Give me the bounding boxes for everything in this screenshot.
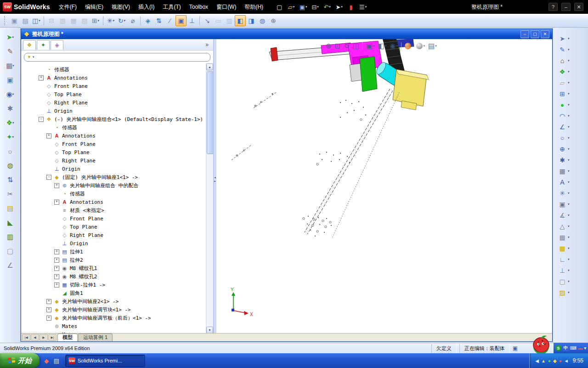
sketch-tool-icon[interactable]: ✎▾ bbox=[555, 44, 575, 55]
grid-icon[interactable]: ▦▾ bbox=[1, 60, 19, 72]
tree-item[interactable]: ◇Right Plane bbox=[39, 156, 206, 165]
expand-plus-icon[interactable]: + bbox=[46, 299, 51, 304]
menu-item[interactable]: 视图(V) bbox=[107, 2, 134, 12]
tree-item[interactable]: +▤拉伸2 bbox=[39, 256, 206, 264]
tree-item[interactable]: +⊚夹片轴中间轴座组合 中的配合 bbox=[39, 181, 206, 190]
undo-icon[interactable]: ↶▾ bbox=[322, 1, 333, 12]
save-icon[interactable]: ▣▾ bbox=[298, 1, 309, 12]
scissors-icon[interactable]: ✂ bbox=[1, 188, 19, 200]
zoom-to-area-icon[interactable]: ⊡ bbox=[335, 42, 341, 50]
tree-item[interactable]: +▦切除-拉伸1 -> bbox=[39, 281, 206, 289]
ime-chinese-icon[interactable]: 中 bbox=[563, 345, 569, 351]
expand-plus-icon[interactable]: + bbox=[54, 258, 59, 263]
section-properties-icon[interactable]: ▥ bbox=[224, 15, 235, 26]
gray-box-icon[interactable]: ▢ bbox=[1, 245, 19, 257]
menu-item[interactable]: 工具(T) bbox=[158, 2, 185, 12]
expand-plus-icon[interactable]: + bbox=[54, 200, 59, 205]
add-view-icon[interactable]: ⊕ bbox=[268, 15, 279, 26]
document-control-icon[interactable]: – bbox=[520, 30, 529, 38]
filter-dropdown-icon[interactable]: ▾ bbox=[33, 55, 34, 59]
view-cube-icon[interactable]: ◈ bbox=[142, 15, 153, 26]
smart-tool-icon[interactable]: ✳▾ bbox=[105, 15, 116, 26]
toolbar-grip[interactable] bbox=[4, 16, 6, 25]
trimetric-icon[interactable]: ∕ bbox=[164, 15, 175, 26]
green-cube-icon[interactable]: ❖▾ bbox=[1, 117, 19, 129]
hatch-tool-icon[interactable]: ▨▾ bbox=[555, 287, 575, 298]
shaded-sphere-icon[interactable]: ◍ bbox=[257, 15, 268, 26]
tab-model[interactable]: 模型 bbox=[57, 334, 78, 341]
tree-filter-input[interactable]: ▼ ▾ bbox=[24, 53, 210, 62]
spark-icon[interactable]: ✦▾ bbox=[1, 131, 19, 143]
target-tool-icon[interactable]: ⊕▾ bbox=[555, 144, 575, 154]
rebuild-icon[interactable]: ↻▾ bbox=[116, 15, 127, 26]
tree-item[interactable]: ◇Right Plane bbox=[39, 231, 206, 239]
image-icon[interactable]: ▣ bbox=[1, 74, 19, 86]
text-tool-icon[interactable]: A▾ bbox=[555, 177, 575, 187]
window-pane-right-icon[interactable]: ◨ bbox=[246, 15, 257, 26]
window-pane-left-icon[interactable]: ◧ bbox=[235, 15, 246, 26]
tree-item[interactable]: -◆(固定) 夹片轴中间轴座1<1> -> bbox=[39, 173, 206, 181]
pencil-icon[interactable]: ✎ bbox=[1, 46, 19, 58]
display-style-icon[interactable]: ◧▾ bbox=[378, 42, 387, 50]
copy-icon[interactable]: ▤ bbox=[20, 15, 31, 26]
tree-item[interactable]: ◇Front Plane bbox=[39, 140, 206, 148]
scroll-up-icon[interactable]: ▲ bbox=[206, 63, 213, 70]
menu-item[interactable]: 帮助(H) bbox=[240, 2, 267, 12]
angle-icon[interactable]: ∠ bbox=[1, 259, 19, 271]
expand-plus-icon[interactable]: + bbox=[46, 133, 51, 138]
expand-minus-icon[interactable]: - bbox=[46, 175, 51, 180]
gold-book-icon[interactable]: ▤ bbox=[1, 202, 19, 214]
tree-item[interactable]: ⊚Mates bbox=[39, 322, 206, 330]
new-document-icon[interactable]: ▢ bbox=[274, 1, 285, 12]
quick-desktop-icon[interactable]: ▤ bbox=[52, 356, 61, 365]
tree-item[interactable]: ◔传感器 bbox=[39, 65, 206, 74]
expand-plus-icon[interactable]: + bbox=[54, 249, 59, 254]
tree-item[interactable]: ⊥Origin bbox=[39, 107, 206, 115]
sphere-icon[interactable]: ○ bbox=[1, 145, 19, 157]
menu-item[interactable]: 插入(I) bbox=[134, 2, 158, 12]
tree-item[interactable]: +AAnnotations bbox=[39, 198, 206, 206]
tree-item[interactable]: +▤拉伸1 bbox=[39, 247, 206, 256]
tray-hide-chevron-icon[interactable]: ◀ bbox=[535, 358, 539, 363]
parts-library-icon[interactable]: ❖▾ bbox=[555, 66, 575, 77]
measure-angle-icon[interactable]: ∡▾ bbox=[555, 210, 575, 220]
globe-icon[interactable]: ◍ bbox=[1, 160, 19, 172]
previous-view-icon[interactable]: ↻ bbox=[344, 42, 350, 50]
print-preview-icon[interactable]: ⊟ bbox=[46, 15, 57, 26]
tree-item[interactable]: ◇Front Plane bbox=[39, 82, 206, 90]
appearance-sphere-icon[interactable]: ●▾ bbox=[555, 99, 575, 110]
view-orientation-icon[interactable]: ▣▾ bbox=[366, 42, 375, 50]
quick-solidworks-icon[interactable]: ◆ bbox=[42, 356, 51, 365]
pattern-a-icon[interactable]: ▩ bbox=[68, 15, 79, 26]
tree-item[interactable]: +◆夹片轴中间轴座2<1> -> bbox=[39, 297, 206, 305]
expand-plus-icon[interactable]: + bbox=[54, 183, 59, 188]
tray-volume-icon[interactable]: ◄ bbox=[564, 358, 569, 363]
paste-icon[interactable]: ▣ bbox=[9, 15, 20, 26]
table-tool-icon[interactable]: ▦▾ bbox=[555, 243, 575, 253]
measure-icon[interactable]: ⌀ bbox=[127, 15, 138, 26]
gear-icon[interactable]: ✱ bbox=[1, 103, 19, 115]
select-pointer-icon[interactable]: ➤▾ bbox=[334, 1, 345, 12]
tab-nav-icon[interactable]: ▶ bbox=[40, 334, 48, 341]
grid-settings-icon[interactable]: ⊞▾ bbox=[90, 15, 101, 26]
document-control-icon[interactable]: ▢ bbox=[531, 30, 539, 38]
window-control-icon[interactable]: ✕ bbox=[574, 3, 583, 11]
tree-item[interactable]: ◔传感器 bbox=[39, 123, 206, 132]
expand-minus-icon[interactable]: - bbox=[39, 117, 44, 122]
tree-item[interactable]: +◆夹片轴中间轴座调节块<1> -> bbox=[39, 305, 206, 314]
eye-icon[interactable]: ◉▾ bbox=[1, 88, 19, 100]
box-tool-icon[interactable]: ▢▾ bbox=[555, 276, 575, 287]
start-button[interactable]: 开始 bbox=[0, 353, 40, 368]
expand-plus-icon[interactable]: + bbox=[46, 316, 51, 321]
ime-language-icon[interactable]: S bbox=[555, 345, 561, 351]
expand-plus-icon[interactable]: + bbox=[39, 75, 44, 80]
menu-item[interactable]: 编辑(E) bbox=[81, 2, 107, 12]
tab-nav-icon[interactable]: ▶| bbox=[48, 334, 57, 341]
edit-appearance-icon[interactable]: ▾ bbox=[405, 43, 413, 49]
window-control-icon[interactable]: ? bbox=[548, 3, 558, 11]
angle-tool-icon[interactable]: ∠▾ bbox=[555, 121, 575, 132]
menu-item[interactable]: Toolbox bbox=[185, 2, 212, 12]
tree-item[interactable]: +◆夹片轴中间轴座调节板（前后）<1> -> bbox=[39, 314, 206, 322]
abort-rebuild-icon[interactable]: ▮ bbox=[345, 1, 356, 12]
mass-properties-icon[interactable]: ▭ bbox=[213, 15, 224, 26]
